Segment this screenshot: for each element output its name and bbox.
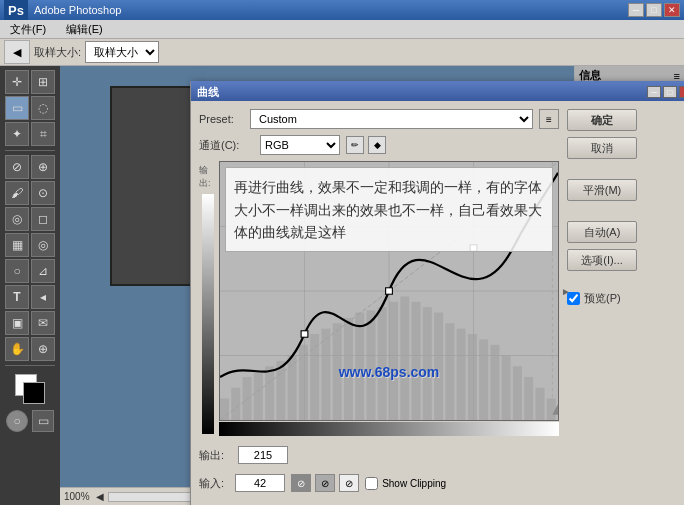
eyedropper-tool[interactable]: ⊘ (5, 155, 29, 179)
eyedrop-gray-btn[interactable]: ⊘ (315, 474, 335, 492)
heal-tool[interactable]: ⊕ (31, 155, 55, 179)
dialog-title: 曲线 (197, 85, 219, 100)
output-input[interactable] (238, 446, 288, 464)
panel-expand-icon[interactable]: ≡ (674, 70, 680, 82)
show-clipping-checkbox[interactable] (365, 477, 378, 490)
smooth-button[interactable]: 平滑(M) (567, 179, 637, 201)
preset-label: Preset: (199, 113, 244, 125)
zoom-tool[interactable]: ⊕ (31, 337, 55, 361)
preview-row: 预览(P) (567, 291, 642, 306)
output-row: 输出: (199, 446, 288, 464)
background-color[interactable] (23, 382, 45, 404)
minimize-button[interactable]: ─ (628, 3, 644, 17)
btn-separator-3 (567, 277, 642, 285)
crop-tool[interactable]: ⌗ (31, 122, 55, 146)
marquee-tool[interactable]: ▭ (5, 96, 29, 120)
shape-tool[interactable]: ▣ (5, 311, 29, 335)
top-toolbar: ◀ 取样大小: 取样大小 (0, 39, 684, 66)
tool-row-3: ✦ ⌗ (5, 122, 55, 146)
quick-select-tool[interactable]: ✦ (5, 122, 29, 146)
gear-icon: ≡ (546, 114, 552, 125)
svg-rect-10 (243, 377, 252, 420)
auto-button[interactable]: 自动(A) (567, 221, 637, 243)
left-toolbar: ✛ ⊞ ▭ ◌ ✦ ⌗ ⊘ ⊕ 🖌 ⊙ ◎ ◻ (0, 66, 60, 505)
preset-menu-btn[interactable]: ≡ (539, 109, 559, 129)
tool-row-11: ✋ ⊕ (5, 337, 55, 361)
dialog-min-btn[interactable]: ─ (647, 86, 661, 98)
screen-mode[interactable]: ▭ (32, 410, 54, 432)
menu-file[interactable]: 文件(F) (4, 20, 52, 38)
history-brush[interactable]: ◎ (5, 207, 29, 231)
svg-rect-32 (490, 345, 499, 420)
dodge-tool[interactable]: ○ (5, 259, 29, 283)
output-side-label: 输出: (199, 164, 217, 190)
gradient-tool[interactable]: ▦ (5, 233, 29, 257)
curve-point-tool[interactable]: ◆ (368, 136, 386, 154)
app-title: Adobe Photoshop (34, 4, 628, 16)
bottom-gradient-bar (219, 422, 559, 436)
cancel-button[interactable]: 取消 (567, 137, 637, 159)
preset-select[interactable]: Custom (250, 109, 533, 129)
extra-tools: ○ ▭ (6, 410, 54, 432)
pen-tool[interactable]: ⊿ (31, 259, 55, 283)
menu-edit[interactable]: 编辑(E) (60, 20, 109, 38)
move-tool[interactable]: ✛ (5, 70, 29, 94)
svg-rect-11 (254, 372, 263, 420)
eyedrop-white-btn[interactable]: ⊘ (339, 474, 359, 492)
svg-rect-17 (321, 329, 330, 420)
svg-rect-23 (389, 302, 398, 420)
btn-separator-2 (567, 207, 642, 215)
channel-select[interactable]: RGB (260, 135, 340, 155)
show-clipping-label: Show Clipping (382, 478, 446, 489)
sample-size-label: 取样大小: (34, 45, 81, 60)
channel-tools: ✏ ◆ (346, 136, 386, 154)
dialog-close-btn[interactable]: ✕ (679, 86, 684, 98)
expand-arrow-icon: ► (561, 286, 571, 297)
type-tool[interactable]: T (5, 285, 29, 309)
brush-tool[interactable]: 🖌 (5, 181, 29, 205)
dialog-max-btn[interactable]: □ (663, 86, 677, 98)
dialog-title-bar: 曲线 ─ □ ✕ (191, 83, 684, 101)
lasso-tool[interactable]: ◌ (31, 96, 55, 120)
blur-tool[interactable]: ◎ (31, 233, 55, 257)
svg-rect-34 (513, 366, 522, 420)
input-row: 输入: (199, 474, 285, 492)
tool-row-2: ▭ ◌ (5, 96, 55, 120)
tool-option-btn[interactable]: ◀ (4, 40, 30, 64)
dialog-right: 确定 取消 平滑(M) 自动(A) 选项(I)... 预览(P) (567, 109, 642, 505)
maximize-button[interactable]: □ (646, 3, 662, 17)
quick-mask[interactable]: ○ (6, 410, 28, 432)
menu-bar: 文件(F) 编辑(E) (0, 20, 684, 39)
tool-row-9: T ◂ (5, 285, 55, 309)
preview-label: 预览(P) (584, 291, 621, 306)
dialog-body: Preset: Custom ≡ 通道(C): (191, 101, 684, 505)
tool-row-5: 🖌 ⊙ (5, 181, 55, 205)
hand-tool[interactable]: ✋ (5, 337, 29, 361)
artboard-tool[interactable]: ⊞ (31, 70, 55, 94)
svg-rect-9 (231, 388, 240, 420)
sample-size-select[interactable]: 取样大小 (85, 41, 159, 63)
ok-button[interactable]: 确定 (567, 109, 637, 131)
svg-rect-8 (220, 399, 229, 421)
sample-size-dropdown[interactable]: 取样大小 (85, 41, 159, 63)
notes-tool[interactable]: ✉ (31, 311, 55, 335)
svg-rect-36 (535, 388, 544, 420)
path-select[interactable]: ◂ (31, 285, 55, 309)
vertical-gradient-bar (202, 194, 214, 434)
color-swatches (15, 374, 45, 404)
svg-rect-15 (299, 345, 308, 420)
curves-canvas[interactable]: 再进行曲线，效果不一定和我调的一样，有的字体大小不一样调出来的效果也不一样，自己… (219, 161, 559, 421)
input-field[interactable] (235, 474, 285, 492)
options-button[interactable]: 选项(I)... (567, 249, 637, 271)
dialog-left: Preset: Custom ≡ 通道(C): (199, 109, 559, 505)
clone-tool[interactable]: ⊙ (31, 181, 55, 205)
curve-pencil-tool[interactable]: ✏ (346, 136, 364, 154)
svg-rect-12 (265, 366, 274, 420)
eyedrop-black-btn[interactable]: ⊘ (291, 474, 311, 492)
curves-text-overlay: 再进行曲线，效果不一定和我调的一样，有的字体大小不一样调出来的效果也不一样，自己… (225, 167, 553, 252)
svg-rect-16 (310, 334, 319, 420)
nav-left-icon[interactable]: ◀ (96, 491, 104, 502)
dialog-overlay: 曲线 ─ □ ✕ Preset: (140, 76, 574, 505)
close-button[interactable]: ✕ (664, 3, 680, 17)
eraser-tool[interactable]: ◻ (31, 207, 55, 231)
